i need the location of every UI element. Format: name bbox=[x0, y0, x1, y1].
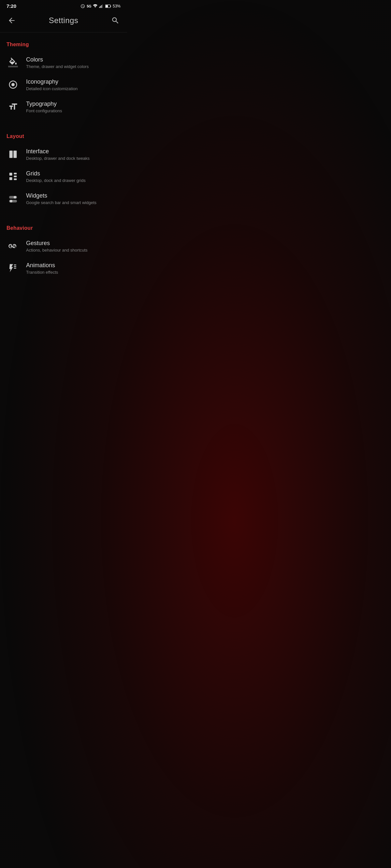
typography-icon bbox=[6, 100, 20, 113]
settings-item-widgets[interactable]: Widgets Google search bar and smart widg… bbox=[0, 187, 127, 210]
svg-rect-20 bbox=[14, 266, 17, 267]
settings-item-grids[interactable]: Grids Desktop, dock and drawer grids bbox=[0, 165, 127, 187]
svg-rect-9 bbox=[13, 151, 17, 158]
animations-text: Animations Transition effects bbox=[26, 262, 120, 275]
svg-rect-6 bbox=[106, 5, 108, 7]
alarm-icon bbox=[81, 4, 85, 8]
svg-rect-8 bbox=[9, 151, 13, 158]
gestures-text: Gestures Actions, behaviour and shortcut… bbox=[26, 240, 120, 253]
wifi-icon bbox=[93, 4, 97, 8]
section-theming-header: Theming bbox=[0, 33, 127, 52]
settings-item-iconography[interactable]: Iconography Detailed icon customization bbox=[0, 73, 127, 96]
svg-point-7 bbox=[11, 83, 15, 86]
search-button[interactable] bbox=[109, 14, 122, 27]
settings-item-typography[interactable]: Typography Font configurations bbox=[0, 96, 127, 118]
grids-subtitle: Desktop, dock and drawer grids bbox=[26, 178, 120, 183]
gestures-icon bbox=[6, 240, 20, 253]
widgets-subtitle: Google search bar and smart widgets bbox=[26, 200, 120, 205]
svg-rect-3 bbox=[102, 4, 103, 8]
colors-subtitle: Theme, drawer and widget colors bbox=[26, 64, 120, 69]
svg-rect-11 bbox=[9, 177, 12, 180]
gestures-title: Gestures bbox=[26, 240, 120, 247]
widgets-title: Widgets bbox=[26, 192, 120, 199]
typography-text: Typography Font configurations bbox=[26, 100, 120, 113]
section-behaviour-header: Behaviour bbox=[0, 216, 127, 235]
interface-title: Interface bbox=[26, 148, 120, 155]
svg-point-18 bbox=[10, 200, 12, 203]
svg-rect-14 bbox=[14, 178, 17, 180]
svg-rect-13 bbox=[14, 176, 17, 177]
grids-icon bbox=[6, 170, 20, 183]
spacer-1 bbox=[0, 118, 127, 124]
animations-subtitle: Transition effects bbox=[26, 270, 120, 275]
section-layout-header: Layout bbox=[0, 124, 127, 143]
colors-title: Colors bbox=[26, 56, 120, 63]
top-bar: Settings bbox=[0, 11, 127, 32]
signal-icon bbox=[99, 4, 104, 8]
svg-rect-10 bbox=[9, 173, 12, 176]
paint-bucket-icon bbox=[6, 56, 20, 69]
svg-point-16 bbox=[14, 196, 16, 198]
gestures-subtitle: Actions, behaviour and shortcuts bbox=[26, 248, 120, 253]
svg-rect-12 bbox=[14, 173, 17, 175]
battery-percent: 53% bbox=[113, 4, 120, 8]
widgets-text: Widgets Google search bar and smart widg… bbox=[26, 192, 120, 205]
svg-rect-19 bbox=[14, 265, 17, 266]
svg-rect-21 bbox=[14, 268, 17, 269]
battery-icon bbox=[105, 4, 111, 8]
settings-item-interface[interactable]: Interface Desktop, drawer and dock tweak… bbox=[0, 143, 127, 165]
settings-item-animations[interactable]: Animations Transition effects bbox=[0, 257, 127, 279]
iconography-subtitle: Detailed icon customization bbox=[26, 86, 120, 91]
settings-item-gestures[interactable]: Gestures Actions, behaviour and shortcut… bbox=[0, 235, 127, 257]
status-icons: 5G 53% bbox=[81, 4, 120, 8]
animations-icon bbox=[6, 262, 20, 275]
page-title: Settings bbox=[49, 16, 79, 25]
status-bar: 7:20 5G 53% bbox=[0, 0, 127, 11]
svg-rect-5 bbox=[110, 5, 111, 7]
network-5g-icon: 5G bbox=[87, 4, 91, 8]
iconography-text: Iconography Detailed icon customization bbox=[26, 79, 120, 91]
iconography-title: Iconography bbox=[26, 79, 120, 85]
iconography-icon bbox=[6, 78, 20, 91]
widgets-icon bbox=[6, 192, 20, 205]
interface-text: Interface Desktop, drawer and dock tweak… bbox=[26, 148, 120, 161]
svg-rect-1 bbox=[100, 6, 101, 8]
typography-subtitle: Font configurations bbox=[26, 108, 120, 113]
svg-rect-0 bbox=[100, 6, 100, 8]
settings-content: Theming Colors Theme, drawer and widget … bbox=[0, 33, 127, 279]
grids-text: Grids Desktop, dock and drawer grids bbox=[26, 170, 120, 183]
grids-title: Grids bbox=[26, 170, 120, 177]
svg-rect-2 bbox=[101, 5, 102, 8]
status-time: 7:20 bbox=[6, 3, 16, 9]
interface-subtitle: Desktop, drawer and dock tweaks bbox=[26, 156, 120, 161]
typography-title: Typography bbox=[26, 100, 120, 107]
interface-icon bbox=[6, 148, 20, 161]
animations-title: Animations bbox=[26, 262, 120, 269]
settings-item-colors[interactable]: Colors Theme, drawer and widget colors bbox=[0, 52, 127, 73]
back-button[interactable] bbox=[5, 14, 18, 27]
spacer-2 bbox=[0, 210, 127, 216]
colors-text: Colors Theme, drawer and widget colors bbox=[26, 56, 120, 69]
